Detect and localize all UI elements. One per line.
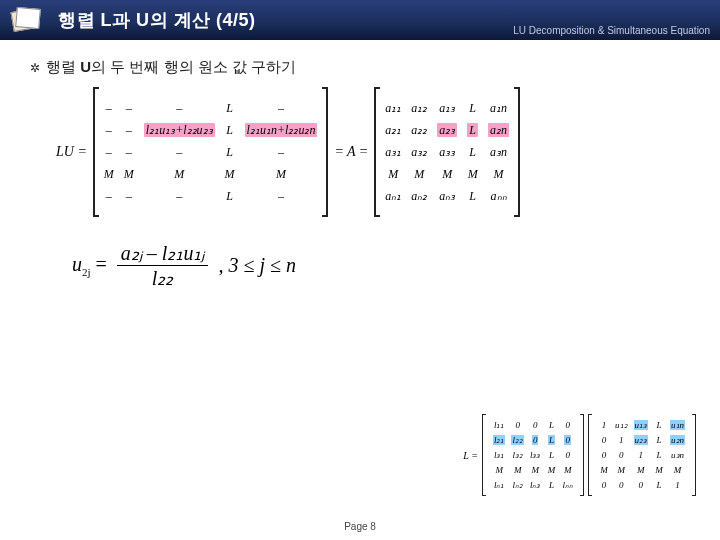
formula-numerator: a₂ⱼ – l₂₁u₁ⱼ [117,241,209,266]
a-matrix: a₁₁a₁₂a₁₃La₁na₂₁a₂₂a₂₃La₂na₃₁a₃₂a₃₃La₃nM… [380,97,514,207]
formula-denominator: l₂₂ [117,266,209,290]
slide-icon [8,4,44,36]
page-number: Page 8 [344,521,376,532]
matrix-equation: LU = –––L–––l₂₁u₁₃+l₂₂u₂₃Ll₂₁u₁n+l₂₂u₂n–… [50,87,720,217]
slide-header: 행렬 L과 U의 계산 (4/5) LU Decomposition & Sim… [0,0,720,40]
slide-title: 행렬 L과 U의 계산 (4/5) [58,8,256,32]
slide-subtitle: LU Decomposition & Simultaneous Equation [513,25,710,36]
lu-label: LU = [56,144,87,160]
small-matrices: L = l₁₁00L0l₂₁l₂₂0L0l₃₁l₃₂l₃₃L0MMMMMlₙ₁l… [463,414,696,496]
eq-a-label: = A = [334,144,368,160]
subheading: ✲ 행렬 U의 두 번째 행의 원소 값 구하기 [30,58,720,77]
formula: u2j = a₂ⱼ – l₂₁u₁ⱼ l₂₂ , 3 ≤ j ≤ n [72,241,720,290]
subheading-text: 행렬 U의 두 번째 행의 원소 값 구하기 [46,58,296,77]
bullet-icon: ✲ [30,61,40,75]
small-l-label: L = [463,450,478,461]
small-u-matrix: 1u₁₂u₁₃Lu₁n01u₂₃Lu₂n001Lu₃nMMMMM000L1 [596,418,688,493]
lu-product-matrix: –––L–––l₂₁u₁₃+l₂₂u₂₃Ll₂₁u₁n+l₂₂u₂n–––L–M… [99,97,323,207]
small-l-matrix: l₁₁00L0l₂₁l₂₂0L0l₃₁l₃₂l₃₃L0MMMMMlₙ₁lₙ₂lₙ… [490,418,576,493]
formula-condition: , 3 ≤ j ≤ n [218,254,296,277]
